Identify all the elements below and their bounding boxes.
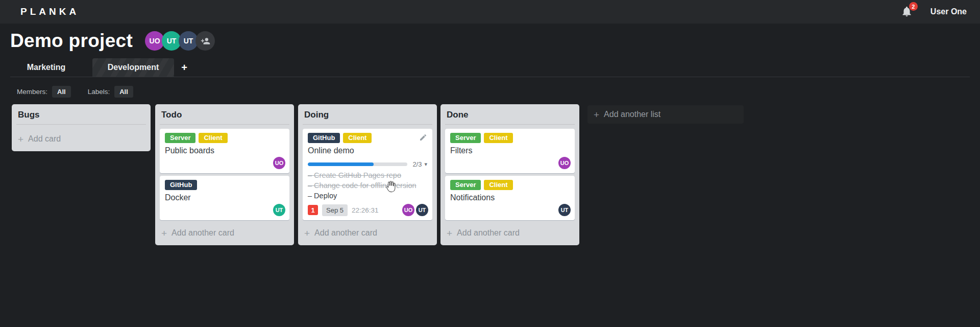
plus-icon: + xyxy=(18,134,23,144)
plus-icon: + xyxy=(594,110,599,120)
list-header: Done xyxy=(445,104,575,125)
card-stack: ServerClientPublic boardsUOGitHubDockerU… xyxy=(160,125,289,220)
add-another-card-button[interactable]: +Add another card xyxy=(160,223,289,243)
card-members: UO xyxy=(273,157,285,169)
card-filters[interactable]: ServerClientFiltersUO xyxy=(445,129,575,173)
edit-card-button[interactable] xyxy=(419,133,427,142)
list-doing: DoingGitHubClientOnline demo2/3▾– Create… xyxy=(298,104,437,245)
add-card-label: Add another card xyxy=(457,228,520,238)
task-item: – Deploy xyxy=(308,191,427,201)
card-member-avatar: UT xyxy=(416,204,428,216)
card-online-demo[interactable]: GitHubClientOnline demo2/3▾– Create GitH… xyxy=(303,129,432,220)
card-member-avatar: UO xyxy=(402,204,414,216)
progress-bar-fill xyxy=(308,162,374,166)
list-title: Doing xyxy=(304,110,431,120)
card-title: Notifications xyxy=(450,192,570,203)
card-label-client: Client xyxy=(484,133,512,143)
card-label-client: Client xyxy=(343,133,372,143)
card-label-client: Client xyxy=(199,133,227,143)
card-label-github: GitHub xyxy=(308,133,340,143)
task-item: – Create GitHub Pages repo xyxy=(308,170,427,180)
due-date-badge: Sep 5 xyxy=(322,204,348,216)
card-member-avatar: UO xyxy=(273,157,285,169)
card-member-avatar: UO xyxy=(558,157,571,169)
card-stack: GitHubClientOnline demo2/3▾– Create GitH… xyxy=(303,125,432,220)
progress-count: 2/3 xyxy=(412,160,422,168)
card-stack xyxy=(16,125,146,129)
card-public-boards[interactable]: ServerClientPublic boardsUO xyxy=(160,129,289,173)
timer-badge: 22:26:31 xyxy=(352,206,379,214)
card-title: Filters xyxy=(450,145,570,156)
card-labels: GitHubClient xyxy=(308,133,427,143)
pencil-icon xyxy=(419,133,427,142)
add-card-label: Add another card xyxy=(314,228,377,238)
list-title: Todo xyxy=(161,110,288,120)
list-header: Doing xyxy=(303,104,432,125)
card-title: Online demo xyxy=(308,145,427,156)
card-label-client: Client xyxy=(484,180,512,190)
card-label-server: Server xyxy=(450,133,481,143)
list-header: Todo xyxy=(160,104,289,125)
list-bugs: Bugs+Add card xyxy=(12,104,151,151)
card-title: Public boards xyxy=(165,145,284,156)
add-list-label: Add another list xyxy=(604,110,660,119)
card-label-server: Server xyxy=(450,180,481,190)
task-item: – Change code for offline version xyxy=(308,180,427,191)
card-notification-badge: 1 xyxy=(308,205,318,215)
card-members: UT xyxy=(558,204,571,216)
add-card-label: Add another card xyxy=(172,228,234,238)
plus-icon: + xyxy=(161,228,167,238)
card-members: UOUT xyxy=(402,204,428,216)
card-docker[interactable]: GitHubDockerUT xyxy=(160,176,289,220)
list-done: DoneServerClientFiltersUOServerClientNot… xyxy=(440,104,579,245)
add-card-label: Add card xyxy=(28,134,61,144)
card-title: Docker xyxy=(165,192,284,203)
card-label-server: Server xyxy=(165,133,195,143)
card-label-github: GitHub xyxy=(165,180,197,190)
plus-icon: + xyxy=(447,228,452,238)
card-member-avatar: UT xyxy=(273,204,285,216)
list-title: Done xyxy=(447,110,573,120)
plus-icon: + xyxy=(304,228,310,238)
app-window: PLANKA 2 User One Demo project UOUTUT Ma… xyxy=(0,0,980,327)
task-progress: 2/3▾ xyxy=(308,160,427,168)
card-labels: ServerClient xyxy=(165,133,284,143)
card-stack: ServerClientFiltersUOServerClientNotific… xyxy=(445,125,575,220)
card-labels: ServerClient xyxy=(450,180,570,190)
add-another-card-button[interactable]: +Add another card xyxy=(445,223,575,243)
card-labels: ServerClient xyxy=(450,133,570,143)
list-title: Bugs xyxy=(18,110,144,120)
list-todo: TodoServerClientPublic boardsUOGitHubDoc… xyxy=(155,104,294,245)
add-list-button[interactable]: + Add another list xyxy=(587,105,744,124)
card-members: UO xyxy=(558,157,571,169)
card-notifications[interactable]: ServerClientNotificationsUT xyxy=(445,176,575,220)
board: + Add another list Bugs+Add cardTodoServ… xyxy=(0,0,980,327)
list-header: Bugs xyxy=(16,104,146,125)
card-member-avatar: UT xyxy=(558,204,571,216)
card-members: UT xyxy=(273,204,285,216)
caret-down-icon[interactable]: ▾ xyxy=(424,161,427,168)
add-another-card-button[interactable]: +Add another card xyxy=(303,223,432,243)
task-list: – Create GitHub Pages repo– Change code … xyxy=(308,170,427,201)
card-labels: GitHub xyxy=(165,180,284,190)
add-card-button[interactable]: +Add card xyxy=(16,129,146,149)
progress-bar xyxy=(308,162,407,166)
